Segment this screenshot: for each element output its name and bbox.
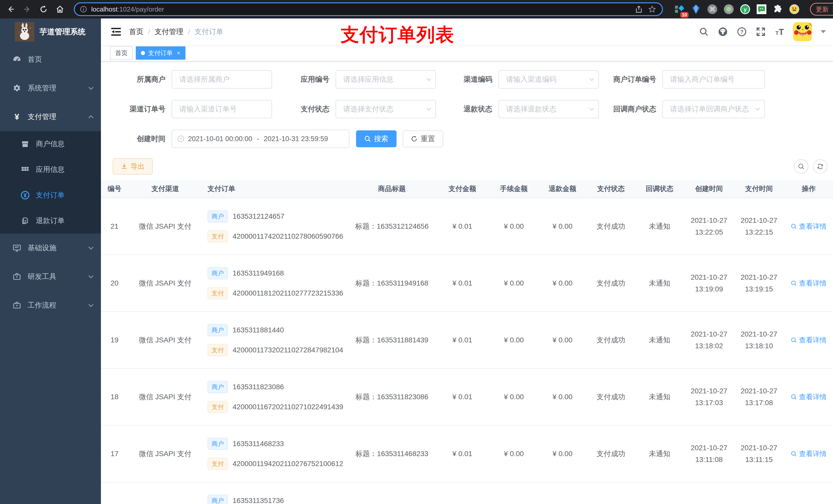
filter-label: 退款状态 — [437, 104, 498, 114]
search-button[interactable]: 搜索 — [356, 130, 397, 147]
refund-status-select[interactable]: 请选择退款状态 — [498, 100, 599, 118]
filter-label: 回调商户状态 — [596, 104, 662, 114]
pay-channel: 微信 JSAPI 支付 — [128, 335, 203, 345]
sidebar-submenu: 商户信息 应用信息 支付订单 — [0, 131, 101, 234]
pay-status: 支付成功 — [587, 279, 635, 288]
address-bar[interactable]: localhost:1024/pay/order — [74, 2, 663, 16]
order-id: 20 — [101, 279, 128, 287]
view-detail-link[interactable]: 查看详情 — [791, 335, 827, 345]
date-end[interactable]: 2021-10-31 23:59:59 — [264, 135, 328, 143]
bookmark-star-icon[interactable] — [647, 4, 657, 15]
view-detail-link[interactable]: 查看详情 — [791, 222, 827, 231]
magnifier-icon — [791, 223, 797, 230]
orders-table: 编号 支付渠道 支付订单 商品标题 支付金额 手续金额 退款金额 支付状态 回调… — [101, 180, 833, 504]
export-button[interactable]: 导出 — [113, 158, 153, 175]
tab-close-icon[interactable]: × — [177, 49, 180, 56]
view-detail-link[interactable]: 查看详情 — [791, 279, 827, 288]
pay-amount: ¥ 0.01 — [435, 393, 489, 401]
sidebar-logo-row[interactable]: 芋道管理系统 — [0, 19, 101, 45]
url-text[interactable]: localhost:1024/pay/order — [91, 5, 630, 13]
refund-amount: ¥ 0.00 — [539, 450, 587, 458]
product-title: 标题：1635311468233 — [348, 449, 435, 459]
date-start[interactable]: 2021-10-01 00:00:00 — [188, 135, 252, 143]
font-size-icon[interactable]: TT — [774, 26, 785, 38]
browser-update-button[interactable]: 更新 — [810, 3, 833, 16]
tags-view-bar: 首页 支付订单 × — [101, 45, 833, 62]
avatar-caret-icon[interactable] — [821, 30, 826, 33]
order-id: 19 — [101, 336, 128, 344]
fullscreen-icon[interactable] — [755, 26, 766, 38]
browser-reload-icon[interactable] — [38, 4, 49, 15]
extension-gem-icon[interactable] — [691, 4, 701, 15]
notify-status-select[interactable]: 请选择订单回调商户状态 — [662, 100, 765, 118]
help-icon[interactable]: ? — [736, 26, 747, 38]
notify-status: 未通知 — [635, 335, 684, 345]
pay-status: 支付成功 — [587, 449, 635, 459]
tab-pay-order[interactable]: 支付订单 × — [136, 46, 186, 60]
chevron-down-icon — [590, 106, 594, 111]
reset-button[interactable]: 重置 — [403, 130, 443, 147]
table-row: 19 微信 JSAPI 支付 商户 1635311881440 支付 42000… — [101, 312, 833, 369]
share-icon[interactable] — [634, 4, 643, 15]
view-detail-link[interactable]: 查看详情 — [791, 392, 827, 402]
sidebar-item-app-info[interactable]: 应用信息 — [0, 157, 101, 182]
sidebar-item-pay-order[interactable]: 支付订单 — [0, 182, 101, 208]
col-header-title: 商品标题 — [348, 184, 435, 193]
filter-label: 所属商户 — [105, 74, 172, 84]
filter-label: 渠道订单号 — [105, 104, 172, 114]
browser-forward-icon[interactable] — [22, 4, 33, 15]
extension-record-icon[interactable] — [723, 4, 734, 15]
fee-amount: ¥ 0.00 — [489, 222, 539, 231]
tab-home[interactable]: 首页 — [110, 46, 133, 60]
channel-code-select[interactable]: 请输入渠道编码 — [498, 70, 599, 89]
browser-back-icon[interactable] — [5, 4, 16, 15]
site-info-icon[interactable] — [80, 6, 87, 13]
user-avatar[interactable] — [793, 22, 812, 41]
browser-home-icon[interactable] — [54, 4, 66, 15]
toggle-search-button[interactable] — [794, 159, 808, 174]
filter-label: 支付状态 — [274, 104, 336, 114]
app-select[interactable]: 请选择应用信息 — [336, 70, 436, 89]
breadcrumb-home[interactable]: 首页 — [129, 27, 143, 37]
pay-order-no: 4200001174202110278060590766 — [233, 232, 343, 240]
extension-command-icon[interactable]: ⌘ — [707, 4, 718, 15]
chevron-down-icon — [88, 302, 94, 307]
sidebar-item-merchant-info[interactable]: 商户信息 — [0, 131, 101, 157]
sidebar-item-devtools[interactable]: 研发工具 — [0, 262, 101, 291]
yen-icon: ¥ — [12, 112, 22, 122]
extension-diamond-icon[interactable]: 10 — [674, 4, 685, 15]
header-search-icon[interactable] — [698, 26, 710, 38]
merchant-input[interactable] — [172, 70, 272, 89]
clock-icon — [177, 135, 185, 142]
sidebar-item-system[interactable]: 系统管理 — [0, 74, 101, 102]
github-icon[interactable] — [717, 26, 729, 38]
extensions-puzzle-icon[interactable] — [772, 4, 783, 15]
sidebar-item-label: 支付订单 — [36, 190, 65, 200]
view-detail-link[interactable]: 查看详情 — [791, 449, 827, 458]
pay-tag: 支付 — [208, 344, 228, 356]
sidebar-item-infra[interactable]: 基础设施 — [0, 234, 101, 262]
sidebar-item-refund-order[interactable]: 退款订单 — [0, 208, 101, 234]
extension-y-icon[interactable]: y — [740, 4, 751, 15]
col-header-amount: 支付金额 — [435, 184, 489, 193]
magnifier-icon — [791, 451, 797, 457]
merchant-order-no-input[interactable] — [662, 70, 765, 89]
browser-chrome: localhost:1024/pay/order 10 ⌘ — [0, 0, 833, 19]
created-time: 2021-10-27 13:18:02 — [684, 328, 734, 352]
paid-time: 2021-10-27 13:17:08 — [734, 385, 784, 409]
create-time-range-picker[interactable]: 2021-10-01 00:00:00 - 2021-10-31 23:59:5… — [172, 129, 349, 148]
sidebar-fold-icon[interactable] — [111, 27, 121, 36]
page-annotation-title: 支付订单列表 — [341, 23, 454, 47]
sidebar-item-home[interactable]: 首页 — [0, 45, 101, 74]
sidebar-item-workflow[interactable]: 工作流程 — [0, 291, 101, 320]
refresh-table-button[interactable] — [813, 159, 827, 174]
sidebar-item-pay[interactable]: ¥ 支付管理 — [0, 102, 101, 131]
profile-emoji-avatar[interactable] — [789, 4, 800, 15]
channel-order-no-input[interactable] — [172, 100, 272, 118]
magnifier-icon — [791, 337, 797, 343]
breadcrumb-pay[interactable]: 支付管理 — [155, 27, 184, 37]
pay-order-no: 4200001194202110276752100612 — [233, 460, 343, 468]
extension-chat-icon[interactable] — [756, 4, 767, 15]
order-id: 21 — [101, 222, 128, 231]
pay-status-select[interactable]: 请选择支付状态 — [336, 100, 436, 118]
